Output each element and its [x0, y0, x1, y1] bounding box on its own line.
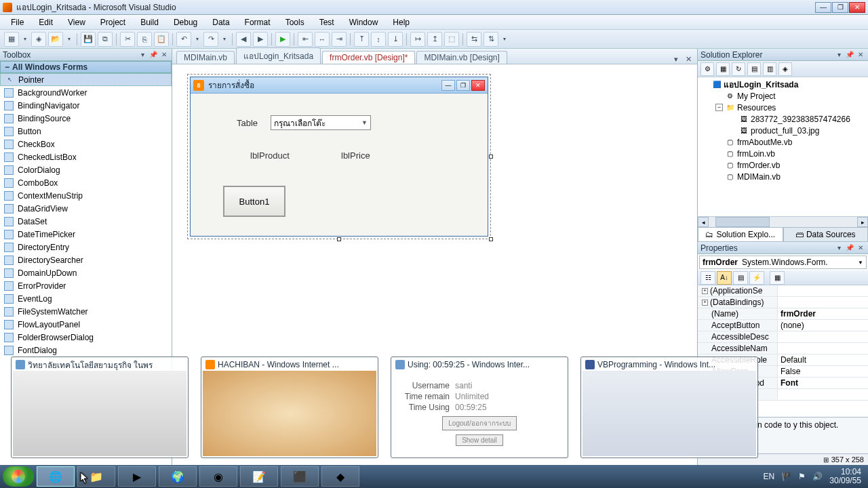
resize-handle-right[interactable] — [489, 155, 493, 159]
refresh-icon[interactable]: ↻ — [732, 62, 745, 76]
same-size-icon[interactable]: ⬚ — [444, 32, 459, 47]
paste-icon[interactable]: 📋 — [154, 32, 169, 47]
resize-handle-corner[interactable] — [489, 237, 493, 241]
menu-file[interactable]: File — [4, 16, 31, 28]
close-icon[interactable]: ✕ — [159, 50, 169, 60]
menu-tools[interactable]: Tools — [279, 16, 311, 28]
dropdown-icon[interactable]: ▾ — [21, 32, 29, 47]
toolbox-item-domainupdown[interactable]: DomainUpDown — [0, 266, 172, 279]
menu-data[interactable]: Data — [205, 16, 236, 28]
property-row[interactable]: (Name)frmOrder — [698, 308, 868, 320]
tab-solution-explorer[interactable]: 🗂Solution Explo... — [698, 227, 783, 242]
hspace-icon[interactable]: ⇆ — [467, 32, 481, 47]
align-bottom-icon[interactable]: ⤓ — [388, 32, 403, 47]
clock[interactable]: 10:0430/09/55 — [829, 468, 861, 485]
toolbox-item-checkbox[interactable]: CheckBox — [0, 138, 172, 150]
scroll-left-icon[interactable]: ◂ — [698, 217, 709, 227]
dropdown-icon[interactable]: ▾ — [220, 32, 229, 47]
property-value[interactable] — [778, 285, 868, 296]
toolbox-item-fontdialog[interactable]: FontDialog — [0, 344, 172, 357]
property-row[interactable]: +(DataBindings) — [698, 297, 868, 308]
redo-icon[interactable]: ↷ — [203, 32, 218, 47]
close-button[interactable]: ✕ — [849, 2, 865, 13]
tab-mdimain-design[interactable]: MDIMain.vb [Design] — [416, 51, 507, 64]
view-code-icon[interactable]: ▤ — [747, 62, 761, 76]
preview-thumb[interactable]: VBProgramming - Windows Int... — [580, 357, 758, 458]
preview-thumb[interactable]: Using: 00:59:25 - Windows Inter... Usern… — [391, 357, 568, 458]
toolbox-item-colordialog[interactable]: ColorDialog — [0, 163, 172, 176]
flag-icon[interactable]: 🏴 — [781, 472, 791, 481]
categorized-icon[interactable]: ☷ — [701, 271, 715, 285]
view-designer-icon[interactable]: ▥ — [763, 62, 776, 76]
property-value[interactable]: frmOrder — [778, 308, 868, 319]
property-value[interactable]: (none) — [778, 320, 868, 331]
nav-fwd-icon[interactable]: ▶ — [253, 32, 268, 47]
toolbox-item-folderbrowserdialog[interactable]: FolderBrowserDialog — [0, 331, 172, 344]
property-value[interactable] — [778, 331, 868, 342]
dropdown-icon[interactable]: ▾ — [834, 50, 844, 60]
preview-thumb[interactable]: วิทยาลัยเทคโนโลยีสยามธุรกิจ ในพร — [11, 357, 189, 458]
taskbar-notes[interactable]: 📝 — [240, 466, 278, 487]
toolbox-item-eventlog[interactable]: EventLog — [0, 292, 172, 305]
taskbar-browser[interactable]: 🌍 — [159, 466, 197, 487]
preview-thumb[interactable]: HACHIBAN - Windows Internet ... — [201, 357, 378, 458]
menu-view[interactable]: View — [61, 16, 92, 28]
toolbox-item-datagridview[interactable]: DataGridView — [0, 202, 172, 215]
menu-debug[interactable]: Debug — [167, 16, 204, 28]
vspace-icon[interactable]: ⇅ — [484, 32, 498, 47]
taskbar-ie[interactable]: 🌐 — [37, 466, 75, 487]
taskbar-media[interactable]: ▶ — [118, 466, 156, 487]
property-row[interactable]: AcceptButton(none) — [698, 320, 868, 331]
view-diagram-icon[interactable]: ◈ — [778, 62, 792, 76]
maximize-button[interactable]: ❐ — [832, 2, 848, 13]
undo-icon[interactable]: ↶ — [176, 32, 191, 47]
close-tab-icon[interactable]: ✕ — [684, 54, 693, 64]
active-files-icon[interactable]: ▾ — [671, 54, 681, 64]
taskbar-camera[interactable]: ◉ — [199, 466, 237, 487]
pin-icon[interactable]: 📌 — [845, 243, 854, 253]
toolbox-item-dataset[interactable]: DataSet — [0, 215, 172, 228]
align-center-icon[interactable]: ↔ — [315, 32, 330, 47]
toolbox-item-button[interactable]: Button — [0, 125, 172, 138]
toolbox-item-contextmenustrip[interactable]: ContextMenuStrip — [0, 189, 172, 202]
align-middle-icon[interactable]: ↕ — [371, 32, 386, 47]
align-left-icon[interactable]: ⇤ — [298, 32, 313, 47]
taskbar-app2[interactable]: ◆ — [321, 466, 359, 487]
copy-icon[interactable]: ⎘ — [137, 32, 152, 47]
menu-edit[interactable]: Edit — [32, 16, 60, 28]
start-button[interactable] — [3, 466, 34, 487]
toolbox-item-flowlayoutpanel[interactable]: FlowLayoutPanel — [0, 318, 172, 331]
dropdown-icon[interactable]: ▾ — [834, 243, 844, 253]
cut-icon[interactable]: ✂ — [120, 32, 135, 47]
toolbox-item-datetimepicker[interactable]: DateTimePicker — [0, 228, 172, 241]
toolbox-item-checkedlistbox[interactable]: CheckedListBox — [0, 150, 172, 163]
pin-icon[interactable]: 📌 — [845, 50, 854, 60]
toolbox-category[interactable]: All Windows Forms — [0, 61, 172, 73]
toolbox-item-backgroundworker[interactable]: BackgroundWorker — [0, 86, 172, 99]
property-row[interactable]: AccessibleDesc — [698, 331, 868, 343]
menu-format[interactable]: Format — [238, 16, 277, 28]
new-website-icon[interactable]: ◈ — [31, 32, 46, 47]
label-product[interactable]: lblProduct — [250, 150, 290, 161]
new-project-icon[interactable]: ▦ — [4, 32, 19, 47]
label-price[interactable]: lblPrice — [341, 150, 370, 161]
scroll-right-icon[interactable]: ▸ — [857, 217, 868, 227]
toolbox-item-bindingsource[interactable]: BindingSource — [0, 112, 172, 125]
align-right-icon[interactable]: ⇥ — [332, 32, 347, 47]
tab-frmorder-design[interactable]: frmOrder.vb [Design]* — [322, 51, 415, 64]
show-all-icon[interactable]: ▦ — [716, 62, 730, 76]
combo-table[interactable]: กรุณาเลือกโต๊ะ — [271, 115, 371, 130]
same-height-icon[interactable]: ↥ — [427, 32, 442, 47]
property-value[interactable] — [778, 343, 868, 354]
logout-button[interactable]: Logout/ออกจากระบบ — [442, 416, 516, 430]
button1[interactable]: Button1 — [223, 186, 285, 217]
minimize-button[interactable]: — — [815, 2, 831, 13]
menu-build[interactable]: Build — [134, 16, 165, 28]
lang-indicator[interactable]: EN — [764, 472, 775, 481]
show-detail-button[interactable]: Show detail — [456, 434, 503, 446]
same-width-icon[interactable]: ↦ — [410, 32, 425, 47]
property-pages-icon[interactable]: ▦ — [770, 271, 785, 285]
toolbox-item-directorysearcher[interactable]: DirectorySearcher — [0, 253, 172, 266]
property-value[interactable] — [778, 297, 868, 308]
tab-login[interactable]: แอปLogin_Kritsada — [236, 47, 321, 64]
